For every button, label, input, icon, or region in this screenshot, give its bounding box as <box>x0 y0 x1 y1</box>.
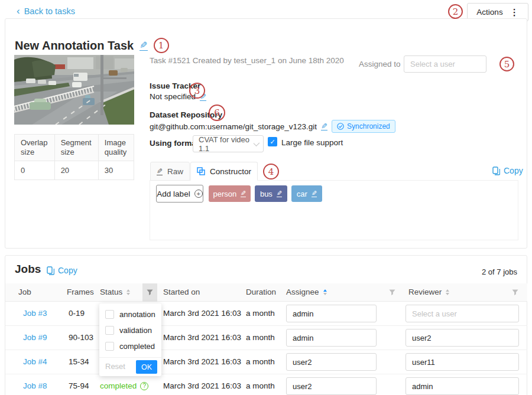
labels-editor-panel <box>150 180 518 240</box>
started-cell: March 3rd 2021 16:03 <box>163 309 241 318</box>
label-chip-car[interactable]: car ✎ <box>291 185 322 202</box>
tab-constructor-label: Constructor <box>210 167 251 176</box>
job-row-2: Job #9 90-103 March 3rd 2021 16:03 a mon… <box>5 326 527 350</box>
job-link[interactable]: Job #9 <box>23 333 47 342</box>
job-link[interactable]: Job #4 <box>23 357 47 366</box>
reviewer-input[interactable] <box>406 329 519 347</box>
filter-option-annotation[interactable]: annotation <box>105 310 155 319</box>
annotation-circle-4: 4 <box>263 164 279 179</box>
traffic-scene-illustration <box>14 55 134 125</box>
reviewer-filter-button[interactable] <box>508 283 523 302</box>
started-cell: March 3rd 2021 16:03 <box>163 333 241 342</box>
assignee-input[interactable] <box>286 353 377 371</box>
export-format-select[interactable]: CVAT for video 1.1 <box>193 135 264 152</box>
param-header-segment: Segment size <box>54 135 98 161</box>
reviewer-sorter[interactable] <box>446 289 449 295</box>
copy-labels-link[interactable]: Copy <box>492 166 523 175</box>
task-preview-image <box>14 55 134 125</box>
large-file-checkbox[interactable]: ✓ <box>268 137 277 146</box>
plus-circle-icon: + <box>194 190 203 198</box>
col-reviewer: Reviewer <box>408 288 449 296</box>
label-chip-person[interactable]: person ✎ <box>209 185 251 202</box>
job-row-4: Job #8 75-94 completed ? March 3rd 2021 … <box>5 374 527 395</box>
dataset-repository-row: git@github.com:username/git_storage_v123… <box>150 120 395 133</box>
checkbox-icon[interactable] <box>105 310 114 319</box>
tab-raw-label: Raw <box>167 167 183 176</box>
reviewer-input[interactable] <box>406 377 519 395</box>
filter-funnel-icon <box>389 289 395 296</box>
status-sorter[interactable] <box>126 289 130 295</box>
add-label-button[interactable]: Add label + <box>156 185 203 203</box>
edit-title-icon[interactable]: ✎ <box>140 41 147 51</box>
back-to-tasks-label: Back to tasks <box>24 6 75 16</box>
assignee-input[interactable] <box>286 377 377 395</box>
jobs-title: Jobs <box>15 263 41 276</box>
checkbox-icon[interactable] <box>105 326 114 335</box>
col-status: Status <box>100 288 130 296</box>
back-to-tasks-link[interactable]: ‹ Back to tasks <box>17 6 75 16</box>
edit-label-icon[interactable]: ✎ <box>277 190 282 197</box>
duration-cell: a month <box>246 333 275 342</box>
question-circle-icon[interactable]: ? <box>140 382 148 390</box>
param-value-segment: 20 <box>54 161 98 180</box>
chevron-left-icon: ‹ <box>17 7 20 15</box>
assignee-sorter[interactable] <box>323 289 327 295</box>
large-file-label: Large file support <box>281 138 343 147</box>
jobs-card: Jobs Copy 2 of 7 jobs Job Frames Status … <box>5 255 527 395</box>
job-link[interactable]: Job #3 <box>23 309 47 318</box>
started-cell: March 3rd 2021 16:03 <box>163 381 241 390</box>
started-cell: March 3rd 2021 16:03 <box>163 357 241 366</box>
filter-option-completed[interactable]: completed <box>105 342 155 351</box>
col-frames: Frames <box>67 288 94 296</box>
duration-cell: a month <box>246 357 275 366</box>
assignee-filter-button[interactable] <box>385 283 400 302</box>
duration-cell: a month <box>246 381 275 390</box>
label-chip-bus[interactable]: bus ✎ <box>255 185 287 202</box>
copy-icon <box>492 167 500 175</box>
actions-label: Actions <box>476 8 502 17</box>
param-header-quality: Image quality <box>98 135 134 161</box>
assignee-input[interactable] <box>286 329 377 347</box>
copy-jobs-label: Copy <box>58 266 77 275</box>
chevron-down-icon <box>254 140 260 146</box>
page-title: New Annotation Task <box>15 39 134 53</box>
filter-option-validation[interactable]: validation <box>105 326 152 335</box>
col-job: Job <box>18 288 31 296</box>
edit-repository-icon[interactable]: ✎ <box>321 122 327 130</box>
annotation-circle-6: 6 <box>209 105 225 121</box>
col-duration: Duration <box>246 288 276 296</box>
pencil-icon: ✎ <box>157 168 163 175</box>
reviewer-input[interactable] <box>406 305 519 322</box>
annotation-circle-5: 5 <box>499 57 514 71</box>
label-chip-car-text: car <box>297 190 307 198</box>
reviewer-input[interactable] <box>406 353 519 371</box>
task-params-table: Overlap size Segment size Image quality … <box>14 134 134 180</box>
label-chip-person-text: person <box>213 190 237 198</box>
tab-raw[interactable]: ✎ Raw <box>150 162 190 181</box>
filter-funnel-icon <box>512 289 518 296</box>
checkbox-icon[interactable] <box>105 342 114 351</box>
assigned-to-label: Assigned to <box>359 60 401 68</box>
job-row-3: Job #4 15-34 March 3rd 2021 16:03 a mont… <box>5 350 527 374</box>
filter-reset-button[interactable]: Reset <box>105 362 125 371</box>
col-assignee: Assignee <box>286 288 327 296</box>
assignee-input[interactable] <box>286 305 377 322</box>
duration-cell: a month <box>246 309 275 318</box>
jobs-table-header: Job Frames Status Started on Duration As… <box>5 283 527 302</box>
edit-label-icon[interactable]: ✎ <box>241 190 246 197</box>
copy-labels-label: Copy <box>504 166 523 175</box>
copy-jobs-link[interactable]: Copy <box>47 266 77 275</box>
status-filter-button[interactable] <box>142 283 157 302</box>
task-assignee-input[interactable] <box>404 56 486 73</box>
label-chip-bus-text: bus <box>260 190 273 198</box>
task-meta: Task #1521 Created by test_user_1 on Jun… <box>150 56 344 65</box>
tab-constructor[interactable]: Constructor <box>190 162 258 181</box>
edit-label-icon[interactable]: ✎ <box>312 190 317 197</box>
frames-cell: 0-19 <box>69 309 85 318</box>
cvat-task-page: ‹ Back to tasks 2 Actions ⋮ New Annotati… <box>0 0 532 395</box>
filter-ok-button[interactable]: OK <box>136 360 157 374</box>
check-circle-icon <box>337 123 344 130</box>
param-value-overlap: 0 <box>15 161 55 180</box>
job-link[interactable]: Job #8 <box>23 381 47 390</box>
task-details-card: New Annotation Task ✎ 1 <box>5 18 527 249</box>
